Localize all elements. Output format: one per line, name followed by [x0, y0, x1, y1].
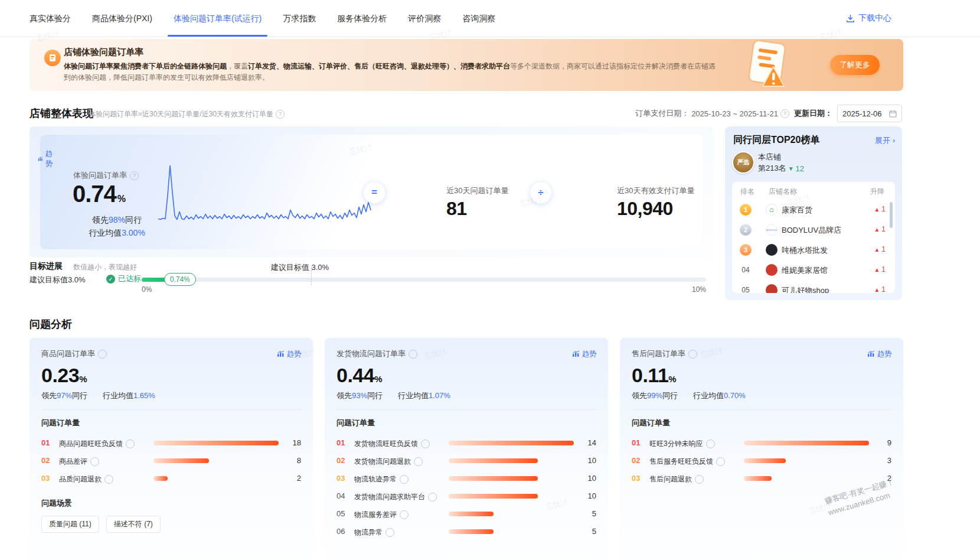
ranking-scrollbar[interactable]	[890, 202, 893, 228]
trend-chart-icon	[38, 155, 43, 162]
order-rank-number: 01	[337, 438, 345, 447]
order-rank-number: 06	[337, 527, 345, 536]
order-row: 01 发货物流旺旺负反馈 14	[337, 434, 596, 452]
rank-change-value: 1	[881, 285, 886, 293]
order-row-bar	[744, 476, 772, 481]
help-icon[interactable]	[716, 457, 725, 466]
kpi-value: 0.74%	[73, 181, 125, 207]
help-icon[interactable]	[104, 475, 113, 484]
update-date-picker[interactable]: 2025-12-06	[837, 105, 902, 122]
order-row: 05 物流服务差评 5	[337, 505, 596, 523]
help-icon[interactable]	[421, 439, 430, 448]
card-stats: 领先93%同行 行业均值1.07%	[337, 390, 596, 401]
order-row-bar	[449, 529, 494, 534]
order-row-bar	[449, 494, 538, 499]
help-icon[interactable]: ?	[780, 109, 789, 118]
help-icon[interactable]	[695, 475, 704, 484]
nav-tab[interactable]: 服务体验分析	[337, 0, 387, 37]
overview-section-title: 店铺整体表现	[30, 106, 93, 121]
rank-change-indicator: ▲ 1	[874, 205, 886, 213]
progress-track	[142, 278, 706, 282]
help-icon[interactable]	[428, 493, 437, 502]
order-row-value: 10	[588, 491, 596, 500]
banner-doc-icon	[44, 50, 61, 66]
axis-min-label: 0%	[142, 285, 152, 294]
target-status: ✓ 已达标	[106, 274, 141, 284]
ranking-row[interactable]: 2 BODYLUV BODYLUV品牌店 ▲ 1	[732, 220, 895, 240]
learn-more-button[interactable]: 了解更多	[830, 55, 880, 75]
help-icon[interactable]: ?	[276, 110, 285, 119]
order-row-label: 旺旺3分钟未响应	[649, 439, 715, 449]
overview-trend-link[interactable]: 趋势	[38, 149, 55, 169]
kpi-lead-peers: 领先98%同行	[73, 215, 161, 226]
equals-icon: =	[363, 181, 386, 204]
order-row-value: 18	[293, 438, 301, 447]
nav-tab[interactable]: 咨询洞察	[462, 0, 495, 37]
order-rank-number: 01	[41, 438, 50, 447]
download-center-button[interactable]: 下载中心	[846, 0, 891, 37]
analysis-card: 商品问题订单率 趋势 0.23% 领先97%同行 行业均值1.65% 问题订单量…	[30, 338, 313, 560]
help-icon[interactable]	[98, 350, 107, 359]
help-icon[interactable]	[688, 350, 697, 359]
card-stats: 领先97%同行 行业均值1.65%	[41, 390, 301, 401]
order-row-bar	[449, 476, 538, 481]
date-controls: 订单支付日期： 2025-10-23 ~ 2025-11-21 ? 更新日期： …	[635, 105, 902, 122]
help-icon[interactable]	[400, 510, 409, 519]
ranking-row[interactable]: 3 吨桶水塔批发 ▲ 1	[732, 240, 895, 260]
order-rank-number: 03	[337, 474, 345, 483]
order-row-label: 售后服务旺旺负反馈	[649, 457, 725, 467]
nav-tab[interactable]: 体验问题订单率(试运行)	[174, 0, 262, 37]
nav-tab[interactable]: 评价洞察	[408, 0, 441, 37]
card-trend-link[interactable]: 趋势	[572, 349, 596, 359]
help-icon[interactable]	[386, 528, 394, 537]
help-icon[interactable]	[400, 475, 409, 484]
help-icon[interactable]	[90, 457, 99, 466]
help-icon[interactable]	[409, 350, 417, 359]
order-row-bar	[153, 458, 209, 463]
ranking-table-header: 排名 店铺名称 升降	[732, 187, 895, 200]
ranking-row[interactable]: 05 可儿好物shop ▲ 1	[732, 280, 895, 293]
nav-tab-label: 商品体验分(PXI)	[92, 14, 152, 23]
trend-chart-icon	[277, 350, 285, 357]
card-lead-peers: 领先99%同行	[632, 390, 678, 401]
ranking-row[interactable]: 1 ⌂ 康家百货 ▲ 1	[732, 200, 895, 220]
order-row: 02 商品差评 8	[41, 452, 301, 470]
nav-tab[interactable]: 商品体验分(PXI)	[92, 0, 152, 37]
nav-tab[interactable]: 万求指数	[283, 0, 316, 37]
help-icon[interactable]	[126, 439, 135, 448]
kpi-industry-average: 行业均值3.00%	[73, 228, 161, 239]
help-icon[interactable]	[706, 439, 715, 448]
ranking-row[interactable]: 04 维妮美家居馆 ▲ 1	[732, 260, 895, 280]
top-tab-bar: 真实体验分商品体验分(PXI)体验问题订单率(试运行)万求指数服务体验分析评价洞…	[0, 0, 980, 37]
metric-paid-orders: 近30天有效支付订单量 10,940	[617, 185, 694, 220]
order-row-label: 物流轨迹异常	[354, 474, 409, 484]
card-lead-peers: 领先93%同行	[337, 390, 383, 401]
order-row-label: 物流异常	[354, 528, 394, 538]
nav-tab[interactable]: 真实体验分	[30, 0, 71, 37]
order-row-bar	[744, 441, 869, 445]
help-icon[interactable]: ?	[130, 171, 139, 180]
card-trend-link[interactable]: 趋势	[867, 349, 891, 359]
rank-change-indicator: ▲ 1	[874, 285, 886, 293]
scene-chip[interactable]: 描述不符 (7)	[106, 516, 161, 533]
divider	[632, 409, 891, 410]
rank-change-value: 1	[881, 245, 886, 253]
order-row-label: 物流服务差评	[354, 510, 409, 520]
order-row-value: 8	[297, 456, 301, 465]
peer-ranking-panel: 同行同层TOP20榜单 展开 › 严选 本店铺 第213名 ▼ 12 排名 店铺…	[725, 126, 902, 300]
overview-inner-panel: 趋势 体验问题订单率? 0.74% 领先98%同行 行业均值3.00% =	[40, 135, 703, 249]
ranked-shop-name: 康家百货	[782, 205, 812, 216]
page: 真实体验分商品体验分(PXI)体验问题订单率(试运行)万求指数服务体验分析评价洞…	[0, 0, 980, 560]
order-row-value: 14	[588, 438, 596, 447]
nav-tab-label: 服务体验分析	[337, 14, 387, 23]
pay-date-range: 订单支付日期： 2025-10-23 ~ 2025-11-21 ?	[635, 108, 789, 119]
help-icon[interactable]	[414, 457, 423, 466]
card-trend-link[interactable]: 趋势	[277, 349, 301, 359]
scene-chip[interactable]: 质量问题 (11)	[41, 516, 99, 533]
expand-link[interactable]: 展开 ›	[875, 135, 895, 146]
order-row-label: 发货物流问题求助平台	[354, 492, 437, 502]
order-row: 02 发货物流问题退款 10	[337, 452, 596, 470]
target-marker-label: 建议目标值 3.0%	[271, 262, 329, 273]
download-center-label: 下载中心	[858, 13, 891, 24]
analysis-card-header: 发货物流问题订单率 趋势	[337, 349, 596, 359]
